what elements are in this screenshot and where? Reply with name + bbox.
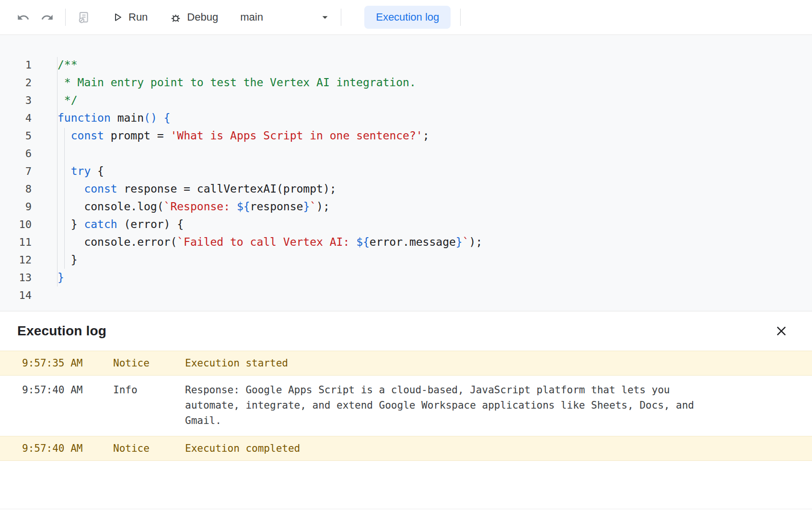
code-line[interactable]: 9 console.log(`Response: ${response}`);: [0, 198, 812, 216]
code-token: ${: [237, 200, 250, 213]
toolbar-divider: [65, 9, 66, 26]
execution-log-button[interactable]: Execution log: [364, 6, 451, 29]
log-entry-level: Info: [113, 382, 185, 428]
line-number[interactable]: 14: [0, 286, 32, 304]
code-line[interactable]: 8 const response = callVertexAI(prompt);: [0, 180, 812, 198]
code-line[interactable]: 6: [0, 145, 812, 162]
function-selector-value: main: [240, 11, 263, 23]
indent-guide: [64, 128, 65, 269]
code-token: try: [71, 165, 91, 177]
code-line[interactable]: 10 } catch (error) {: [0, 216, 812, 233]
code-text[interactable]: const response = callVertexAI(prompt);: [32, 180, 336, 198]
code-token: /**: [58, 58, 78, 71]
execution-log-button-label: Execution log: [376, 11, 439, 23]
code-token: }: [58, 271, 64, 284]
run-button[interactable]: Run: [112, 11, 148, 23]
code-line[interactable]: 11 console.error(`Failed to call Vertex …: [0, 233, 812, 251]
code-text[interactable]: * Main entry point to test the Vertex AI…: [32, 74, 416, 91]
code-text[interactable]: console.log(`Response: ${response}`);: [32, 198, 330, 216]
log-entry-time: 9:57:35 AM: [22, 355, 113, 371]
code-line[interactable]: 7 try {: [0, 162, 812, 180]
apps-script-editor: Run Debug main Execution log 1/**2 * Mai…: [0, 0, 812, 526]
code-line[interactable]: 12 }: [0, 251, 812, 269]
log-entry-time: 9:57:40 AM: [22, 382, 113, 428]
code-token: main: [111, 112, 144, 124]
code-text[interactable]: }: [32, 251, 78, 269]
code-token: `: [463, 236, 469, 248]
redo-button[interactable]: [38, 9, 56, 26]
line-number[interactable]: 2: [0, 74, 32, 91]
code-token: (): [144, 112, 157, 124]
code-line[interactable]: 14: [0, 286, 812, 304]
code-line[interactable]: 5 const prompt = 'What is Apps Script in…: [0, 127, 812, 145]
debug-button[interactable]: Debug: [170, 11, 218, 23]
code-text[interactable]: console.error(`Failed to call Vertex AI:…: [32, 233, 482, 251]
code-token: const: [84, 183, 117, 195]
code-line[interactable]: 13}: [0, 269, 812, 286]
code-token: `Failed to call Vertex AI:: [177, 236, 356, 248]
code-token: console.log(: [58, 200, 164, 213]
code-text[interactable]: [32, 286, 58, 304]
log-entry-time: 9:57:40 AM: [22, 441, 113, 456]
toolbar: Run Debug main Execution log: [0, 0, 812, 35]
code-text[interactable]: } catch (error) {: [32, 216, 184, 233]
code-token: }: [58, 218, 84, 230]
execution-log-title: Execution log: [17, 323, 106, 339]
toolbar-divider: [341, 9, 341, 26]
code-token: [157, 112, 164, 124]
code-token: [58, 183, 84, 195]
code-text[interactable]: const prompt = 'What is Apps Script in o…: [32, 127, 429, 145]
line-number[interactable]: 11: [0, 233, 32, 251]
code-text[interactable]: }: [32, 269, 64, 286]
code-token: ${: [356, 236, 370, 248]
line-number[interactable]: 4: [0, 109, 32, 127]
code-token: }: [58, 253, 78, 266]
debug-label: Debug: [187, 11, 218, 23]
line-number[interactable]: 1: [0, 56, 32, 74]
code-token: `Response:: [164, 200, 237, 213]
log-entry-message: Execution completed: [185, 441, 712, 456]
panel-bottom-divider: [0, 509, 812, 509]
code-text[interactable]: [32, 145, 58, 162]
log-entry: 9:57:40 AMNoticeExecution completed: [0, 436, 812, 461]
code-token: * Main entry point to test the Vertex AI…: [58, 76, 416, 89]
close-execution-log-button[interactable]: [772, 321, 791, 341]
code-line[interactable]: 4function main() {: [0, 109, 812, 127]
log-entry: 9:57:35 AMNoticeExecution started: [0, 351, 812, 376]
code-text[interactable]: try {: [32, 162, 104, 180]
line-number[interactable]: 8: [0, 180, 32, 198]
execution-log-panel: Execution log 9:57:35 AMNoticeExecution …: [0, 311, 812, 461]
run-label: Run: [128, 11, 148, 23]
save-project-button[interactable]: [75, 9, 93, 26]
line-number[interactable]: 6: [0, 145, 32, 162]
code-token: {: [91, 165, 104, 177]
function-selector[interactable]: main: [240, 11, 331, 23]
code-editor[interactable]: 1/**2 * Main entry point to test the Ver…: [0, 35, 812, 311]
line-number[interactable]: 7: [0, 162, 32, 180]
code-text[interactable]: function main() {: [32, 109, 170, 127]
line-number[interactable]: 9: [0, 198, 32, 216]
code-token: prompt =: [104, 129, 170, 142]
line-number[interactable]: 5: [0, 127, 32, 145]
line-number[interactable]: 12: [0, 251, 32, 269]
code-text[interactable]: */: [32, 91, 78, 109]
undo-button[interactable]: [14, 9, 32, 26]
code-text[interactable]: /**: [32, 56, 78, 74]
code-lines: 1/**2 * Main entry point to test the Ver…: [0, 56, 812, 304]
execution-log-entries: 9:57:35 AMNoticeExecution started9:57:40…: [0, 351, 812, 461]
code-token: (error) {: [117, 218, 184, 230]
undo-icon: [17, 11, 30, 24]
code-line[interactable]: 1/**: [0, 56, 812, 74]
debug-icon: [170, 11, 182, 23]
code-token: `: [310, 200, 316, 213]
chevron-down-icon: [319, 11, 331, 23]
code-line[interactable]: 3 */: [0, 91, 812, 109]
toolbar-divider: [460, 9, 461, 26]
code-line[interactable]: 2 * Main entry point to test the Vertex …: [0, 74, 812, 91]
line-number[interactable]: 13: [0, 269, 32, 286]
log-entry: 9:57:40 AMInfoResponse: Google Apps Scri…: [0, 376, 812, 436]
line-number[interactable]: 10: [0, 216, 32, 233]
line-number[interactable]: 3: [0, 91, 32, 109]
code-token: response: [250, 200, 303, 213]
log-entry-message: Response: Google Apps Script is a cloud-…: [185, 382, 712, 428]
